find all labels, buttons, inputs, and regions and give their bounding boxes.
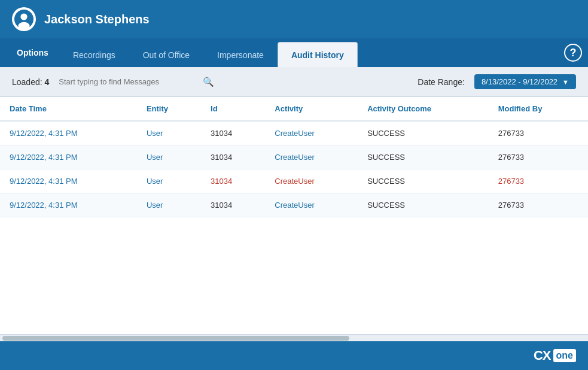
search-input[interactable] [59,77,200,86]
table-container: Date Time Entity Id Activity Activity Ou… [0,97,588,334]
col-activity-outcome: Activity Outcome [358,97,489,121]
col-modified-by: Modified By [489,97,588,121]
date-time-link[interactable]: 9/12/2022, 4:31 PM [10,129,77,138]
cell-modified-by: 276733 [489,121,588,145]
main-content: Loaded: 4 🔍 Date Range: 8/13/2022 - 9/12… [0,67,588,341]
cell-activity: CreateUser [265,193,358,217]
scroll-thumb[interactable] [2,336,349,341]
cxone-logo: CX one [534,348,576,363]
footer: CX one [0,341,588,370]
col-activity: Activity [265,97,358,121]
loaded-label: Loaded: 4 [12,77,49,87]
svg-point-1 [20,13,27,20]
nav-bar: Options Recordings Out of Office Imperso… [0,38,588,67]
cell-activity-outcome: SUCCESS [358,169,489,193]
entity-link[interactable]: User [147,201,163,210]
modified-by-link[interactable]: 276733 [498,177,524,186]
entity-link[interactable]: User [147,177,163,186]
avatar [12,7,36,31]
id-link[interactable]: 31034 [211,177,232,186]
filter-bar: Loaded: 4 🔍 Date Range: 8/13/2022 - 9/12… [0,67,588,97]
cell-activity: CreateUser [265,121,358,145]
search-icon[interactable]: 🔍 [203,77,214,87]
cell-id: 31034 [201,193,265,217]
date-range-button[interactable]: 8/13/2022 - 9/12/2022 ▼ [474,74,576,89]
cell-modified-by: 276733 [489,145,588,169]
nav-bar-right: ? [564,38,582,67]
tab-options[interactable]: Options [6,38,59,67]
cell-entity: User [137,169,201,193]
logo-cx-text: CX [534,348,551,363]
help-icon[interactable]: ? [564,44,582,62]
cell-activity: CreateUser [265,145,358,169]
entity-link[interactable]: User [147,153,163,162]
cell-entity: User [137,121,201,145]
col-id: Id [201,97,265,121]
horizontal-scrollbar[interactable] [0,334,588,341]
cell-id: 31034 [201,121,265,145]
activity-link[interactable]: CreateUser [275,201,314,210]
cell-activity-outcome: SUCCESS [358,121,489,145]
cell-modified-by: 276733 [489,193,588,217]
date-time-link[interactable]: 9/12/2022, 4:31 PM [10,177,77,186]
header: Jackson Stephens [0,0,588,38]
date-range-value: 8/13/2022 - 9/12/2022 [482,77,557,86]
date-range-label: Date Range: [418,77,465,87]
table-row: 9/12/2022, 4:31 PMUser31034CreateUserSUC… [0,193,588,217]
cell-date-time: 9/12/2022, 4:31 PM [0,169,137,193]
date-time-link[interactable]: 9/12/2022, 4:31 PM [10,201,77,210]
date-time-link[interactable]: 9/12/2022, 4:31 PM [10,153,77,162]
user-name: Jackson Stephens [44,13,150,26]
search-wrapper: 🔍 [59,77,214,87]
chevron-down-icon: ▼ [562,78,569,86]
table-header-row: Date Time Entity Id Activity Activity Ou… [0,97,588,121]
table-row: 9/12/2022, 4:31 PMUser31034CreateUserSUC… [0,121,588,145]
activity-link[interactable]: CreateUser [275,153,314,162]
cell-date-time: 9/12/2022, 4:31 PM [0,121,137,145]
cell-id: 31034 [201,145,265,169]
logo-one-text: one [553,349,576,362]
loaded-count: 4 [45,77,50,87]
cell-date-time: 9/12/2022, 4:31 PM [0,145,137,169]
tab-out-of-office[interactable]: Out of Office [129,42,203,67]
cell-entity: User [137,193,201,217]
table-row: 9/12/2022, 4:31 PMUser31034CreateUserSUC… [0,169,588,193]
entity-link[interactable]: User [147,129,163,138]
cell-id: 31034 [201,169,265,193]
cell-modified-by: 276733 [489,169,588,193]
activity-link[interactable]: CreateUser [275,177,314,186]
col-entity: Entity [137,97,201,121]
table-row: 9/12/2022, 4:31 PMUser31034CreateUserSUC… [0,145,588,169]
activity-link[interactable]: CreateUser [275,129,314,138]
tab-audit-history[interactable]: Audit History [278,42,358,67]
col-date-time: Date Time [0,97,137,121]
tab-impersonate[interactable]: Impersonate [203,42,278,67]
cell-activity-outcome: SUCCESS [358,193,489,217]
cell-date-time: 9/12/2022, 4:31 PM [0,193,137,217]
cell-entity: User [137,145,201,169]
tab-recordings[interactable]: Recordings [59,42,129,67]
audit-table: Date Time Entity Id Activity Activity Ou… [0,97,588,217]
cell-activity-outcome: SUCCESS [358,145,489,169]
cell-activity: CreateUser [265,169,358,193]
